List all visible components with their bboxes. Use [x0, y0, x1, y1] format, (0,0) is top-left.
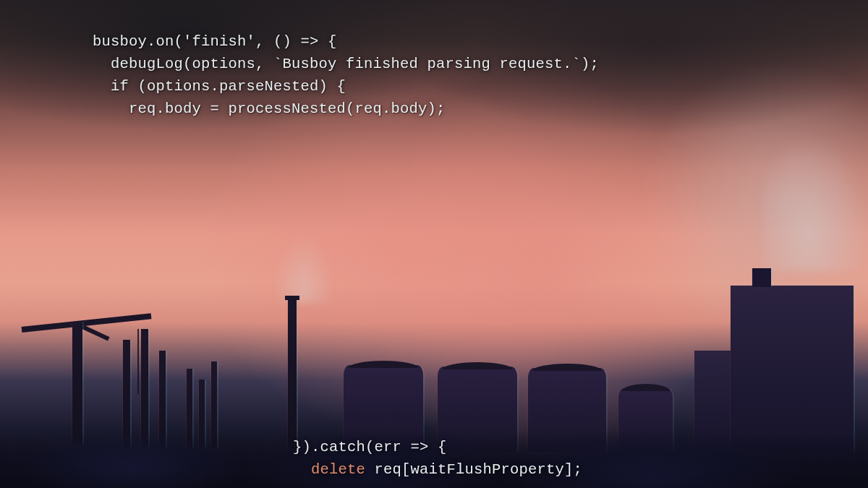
code-line: delete req[waitFlushProperty]; — [293, 461, 582, 478]
code-line: if (options.parseNested) { — [93, 78, 346, 95]
code-line: busboy.on('finish', () => { — [93, 33, 337, 50]
smoke-plume — [763, 90, 868, 271]
code-line: debugLog(options, `Busboy finished parsi… — [93, 56, 599, 72]
code-line: }).catch(err => { — [293, 439, 447, 455]
keyword-delete: delete — [311, 461, 365, 478]
code-overlay-bottom: }).catch(err => { delete req[waitFlushPr… — [293, 414, 582, 481]
code-text: req[waitFlushProperty]; — [365, 461, 582, 478]
code-line: req.body = processNested(req.body); — [93, 100, 446, 117]
code-overlay-top: busboy.on('finish', () => { debugLog(opt… — [93, 8, 599, 120]
smoke-plume-small — [275, 202, 333, 304]
